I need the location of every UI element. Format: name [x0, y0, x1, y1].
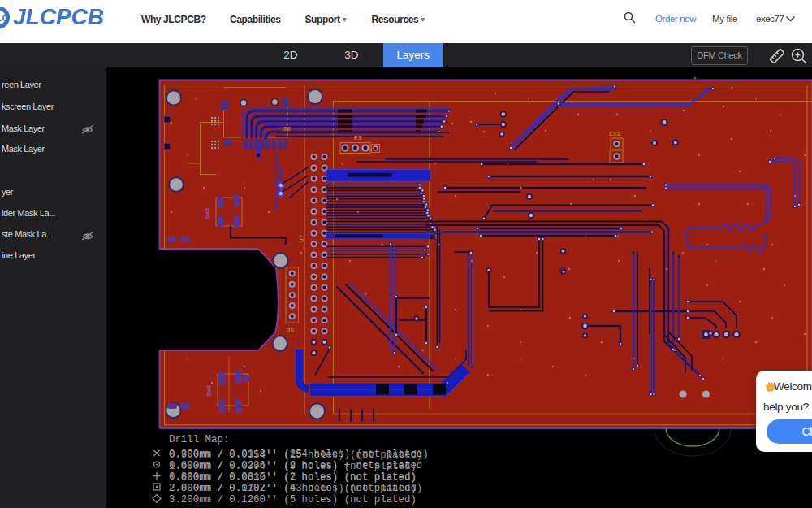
svg-text:J8: J8 — [283, 125, 291, 132]
svg-text:3.200mm / 0.1260'' (5 holes) (: 3.200mm / 0.1260'' (5 holes) (not plated… — [169, 494, 417, 506]
svg-text:LC: LC — [0, 13, 8, 23]
svg-text:SW3: SW3 — [204, 207, 211, 219]
svg-text:U7: U7 — [298, 234, 305, 242]
svg-text:1.000mm / 0.0394'' (9 holes) (: 1.000mm / 0.0394'' (9 holes) (not plated… — [169, 461, 417, 472]
svg-text:2.800mm / 0.1102'' (63 holes): 2.800mm / 0.1102'' (63 holes) (not plate… — [169, 483, 422, 494]
svg-text:SW4: SW4 — [205, 384, 213, 397]
svg-text:P3: P3 — [354, 134, 362, 141]
svg-text:Drill Map:: Drill Map: — [169, 434, 229, 445]
svg-text:0.900mm / 0.0354'' (15 holes): 0.900mm / 0.0354'' (15 holes) (not plate… — [169, 449, 422, 461]
svg-text:J5: J5 — [287, 327, 295, 334]
svg-text:LS1: LS1 — [609, 130, 621, 137]
